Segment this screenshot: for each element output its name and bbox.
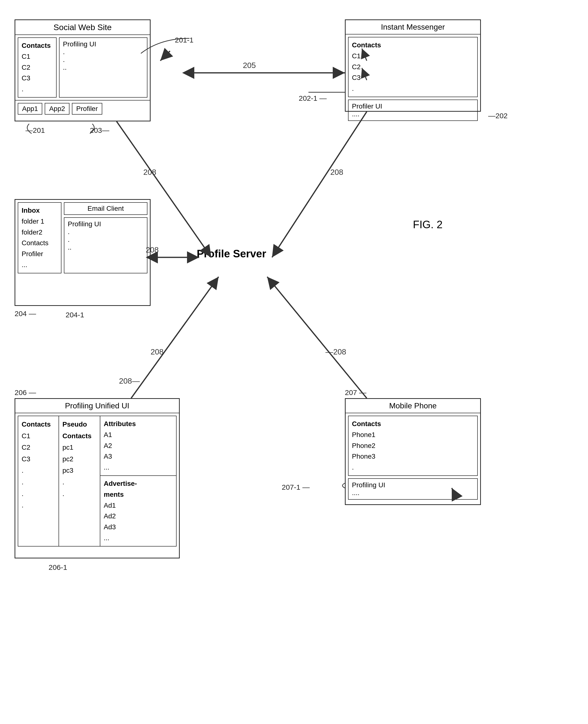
app1-box: App1 [18,103,42,114]
label-205: 205 [243,61,256,70]
mobile-contacts-label: Contacts [352,419,474,429]
unified-contacts: Contacts C1 C2 C3 . . . . [18,416,59,547]
profiling-unified-inner: Contacts C1 C2 C3 . . . . Pseudo Contact… [15,413,179,549]
profiler-box: Profiler [72,103,102,114]
social-web-box: Social Web Site Contacts C1 C2 C3 . Prof… [15,19,151,121]
profile-server-label: Profile Server [197,248,266,260]
profiling-unified-box: Profiling Unified UI Contacts C1 C2 C3 .… [15,398,180,558]
label-204-1: 204-1 [66,311,84,319]
email-client-title: Email Client [64,202,147,215]
contact-c1: C1 [22,51,53,62]
label-207: 207 — [345,388,366,397]
label-202: —202 [488,112,508,120]
social-web-apps: App1 App2 Profiler [15,100,150,117]
unified-pseudo: Pseudo Contacts pc1 pc2 pc3 . . [59,416,100,547]
pseudo-label: Pseudo [62,419,97,430]
mobile-contacts: Contacts Phone1 Phone2 Phone3 . [348,416,478,476]
contact-c2: C2 [22,62,53,73]
label-202-1: 202-1 — [299,94,327,103]
mobile-profiling-label: Profiling UI [352,481,474,489]
ads-label: Advertise- [104,478,173,489]
bracket-207-1 [342,483,345,488]
app2-box: App2 [45,103,69,114]
mobile-inner: Contacts Phone1 Phone2 Phone3 . Profilin… [345,413,480,502]
label-208-mobile: —208 [326,347,346,356]
label-208-social: 208 [143,168,156,176]
label-208-im: 208 [330,168,343,176]
mobile-profiling-ui: Profiling UI .... [348,478,478,500]
profiling-unified-title: Profiling Unified UI [15,399,179,413]
instant-messenger-title: Instant Messenger [345,20,480,35]
im-profiler-label: Profiler UI [352,103,474,110]
instant-messenger-box: Instant Messenger Contacts C1 C2 C3 . Pr… [345,19,481,112]
attributes-panel: Attributes A1 A2 A3 ... [100,416,176,476]
im-contacts: Contacts C1 C2 C3 . [348,37,478,97]
label-204: 204 — [15,310,36,318]
arrow-into-social-profiling [160,51,170,61]
mobile-phone-box: Mobile Phone Contacts Phone1 Phone2 Phon… [345,398,481,505]
unified-contacts-label: Contacts [22,419,55,430]
arrow-mobile-to-server [267,277,367,398]
fig-label: FIG. 2 [413,218,442,231]
label-208-left: 208— [119,377,140,385]
email-client-box: Inbox folder 1 folder2 Contacts Profiler… [15,199,151,306]
im-profiler-ui: Profiler UI .... [348,100,478,121]
label-201-1: 201-1 [175,36,193,44]
label-206-1: 206-1 [48,563,67,572]
social-web-title: Social Web Site [15,20,150,35]
inbox-label: Inbox [22,205,58,216]
social-web-contacts: Contacts C1 C2 C3 . [18,37,57,98]
contact-c3: C3 [22,73,53,84]
im-inner: Contacts C1 C2 C3 . Profiler UI .... [345,35,480,123]
label-201: —201 [25,126,45,134]
label-208-unified: 208 [151,347,164,356]
label-206: 206 — [15,388,36,397]
email-right-panels: Email Client Profiling UI . . .. [64,202,147,273]
im-contacts-label: Contacts [352,40,474,51]
ads-panel: Advertise- ments Ad1 Ad2 Ad3 ... [100,476,176,546]
mobile-phone-title: Mobile Phone [345,399,480,413]
profiling-ui-label: Profiling UI [63,40,144,48]
attributes-label: Attributes [104,419,173,429]
label-207-1: 207-1 — [282,483,310,491]
social-web-profiling-ui: Profiling UI . . .. [59,37,147,98]
contacts-label: Contacts [22,40,53,51]
label-203: 203— [90,126,109,134]
email-profiling-ui: Profiling UI . . .. [64,217,147,273]
unified-right-col: Attributes A1 A2 A3 ... Advertise- ments… [100,416,176,547]
contact-dot: . [22,84,53,95]
inbox-panel: Inbox folder 1 folder2 Contacts Profiler… [18,202,61,273]
arrow-im-to-server [272,112,367,257]
